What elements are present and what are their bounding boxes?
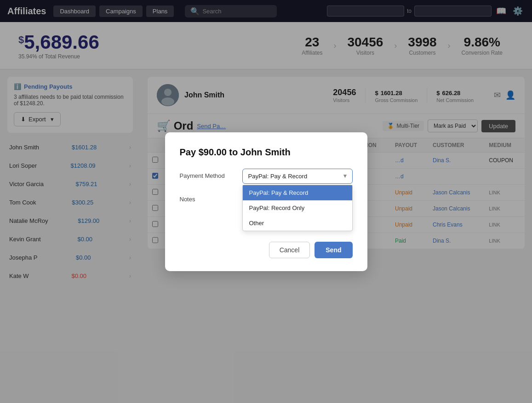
payment-method-control: PayPal: Pay & Record ▼ PayPal: Pay & Rec… [242, 169, 353, 184]
pay-modal: Pay $90.00 to John Smith Payment Method … [165, 132, 367, 271]
modal-title: Pay $90.00 to John Smith [180, 147, 353, 158]
notes-label: Notes [180, 192, 235, 203]
cancel-button[interactable]: Cancel [269, 242, 310, 258]
send-button[interactable]: Send [315, 242, 352, 258]
modal-overlay[interactable]: Pay $90.00 to John Smith Payment Method … [0, 0, 532, 403]
dropdown-item-pay-record[interactable]: PayPal: Pay & Record [243, 185, 352, 200]
payment-dropdown-list: PayPal: Pay & Record PayPal: Record Only… [242, 185, 353, 231]
payment-method-label: Payment Method [180, 169, 235, 179]
payment-method-row: Payment Method PayPal: Pay & Record ▼ Pa… [180, 169, 353, 184]
modal-actions: Cancel Send [180, 242, 353, 258]
dropdown-item-record-only[interactable]: PayPal: Record Only [243, 200, 352, 216]
dropdown-item-other[interactable]: Other [243, 216, 352, 231]
payment-method-display[interactable]: PayPal: Pay & Record [242, 169, 353, 184]
payment-select-wrapper: PayPal: Pay & Record ▼ [242, 169, 353, 184]
